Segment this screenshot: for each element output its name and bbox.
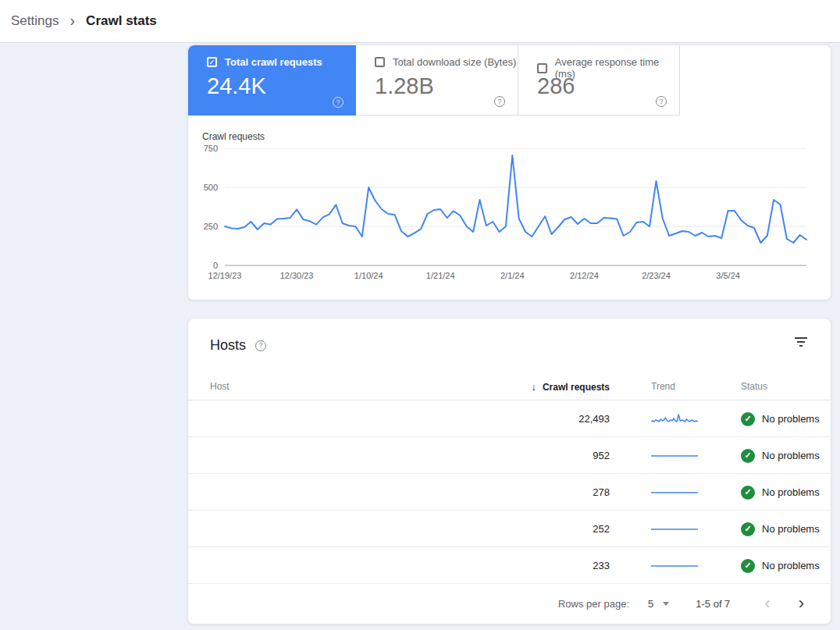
status-ok-icon: ✓: [741, 412, 755, 426]
status-ok-icon: ✓: [741, 449, 755, 463]
metric-value: 1.28B: [375, 73, 434, 99]
host-row[interactable]: 22,493✓No problems: [188, 400, 831, 437]
crawl-requests-line-chart: 025050075012/19/2312/30/231/10/241/21/24…: [188, 143, 832, 287]
column-header-label: Crawl requests: [543, 382, 610, 393]
hosts-table-body: 22,493✓No problems952✓No problems278✓No …: [188, 400, 831, 584]
crawl-requests-cell: 233: [485, 547, 610, 584]
checkbox-unchecked-icon[interactable]: [375, 57, 385, 67]
svg-text:1/21/24: 1/21/24: [426, 271, 455, 280]
svg-text:250: 250: [204, 222, 218, 231]
trend-sparkline: [651, 559, 698, 572]
svg-text:12/30/23: 12/30/23: [280, 271, 314, 280]
status-cell: ✓No problems: [741, 437, 820, 474]
metric-card-total-download-size[interactable]: Total download size (Bytes) 1.28B ?: [356, 45, 518, 116]
metric-cards-row: ✓ Total crawl requests 24.4K ? Total dow…: [188, 45, 680, 116]
svg-text:500: 500: [204, 183, 218, 192]
help-icon[interactable]: ?: [494, 96, 505, 107]
metric-value: 24.4K: [207, 73, 266, 99]
column-header-host[interactable]: Host: [210, 381, 230, 392]
host-row[interactable]: 252✓No problems: [188, 511, 831, 547]
trend-sparkline: [651, 449, 698, 462]
metric-card-average-response-time[interactable]: Average response time (ms) 286 ?: [518, 45, 680, 116]
svg-text:2/23/24: 2/23/24: [642, 271, 671, 280]
rows-per-page-label: Rows per page:: [558, 598, 629, 610]
breadcrumb-settings-link[interactable]: Settings: [11, 13, 59, 29]
table-footer: Rows per page: 5 1-5 of 7 ‹ ›: [188, 583, 831, 624]
checkbox-checked-icon[interactable]: ✓: [207, 57, 217, 67]
previous-page-button[interactable]: ‹: [761, 595, 773, 612]
help-icon[interactable]: ?: [656, 96, 667, 107]
metric-card-total-crawl-requests[interactable]: ✓ Total crawl requests 24.4K ?: [188, 45, 356, 116]
sort-descending-icon: ↓: [531, 381, 536, 393]
host-row[interactable]: 278✓No problems: [188, 474, 831, 511]
host-row[interactable]: 952✓No problems: [188, 437, 831, 474]
metric-label: Total crawl requests: [225, 56, 322, 68]
trend-sparkline: [651, 486, 698, 499]
hosts-table-header: Host ↓Crawl requests Trend Status: [188, 375, 831, 400]
dropdown-caret-icon: [663, 602, 669, 606]
status-label: No problems: [762, 413, 820, 425]
top-bar: Settings › Crawl stats: [0, 0, 840, 43]
next-page-button[interactable]: ›: [796, 595, 807, 612]
column-header-trend[interactable]: Trend: [651, 381, 675, 392]
crawl-stats-chart-panel: ✓ Total crawl requests 24.4K ? Total dow…: [187, 44, 831, 301]
status-label: No problems: [762, 523, 820, 535]
crawl-requests-cell: 252: [485, 511, 610, 547]
svg-text:1/10/24: 1/10/24: [354, 271, 383, 280]
rows-per-page-value: 5: [648, 598, 653, 610]
hosts-title: Hosts: [210, 337, 246, 354]
svg-text:750: 750: [204, 144, 218, 153]
filter-list-icon[interactable]: [795, 337, 807, 347]
metric-value: 286: [537, 73, 575, 99]
trend-sparkline: [651, 522, 698, 536]
crawl-requests-cell: 952: [485, 437, 610, 474]
breadcrumb-separator-icon: ›: [69, 12, 75, 30]
svg-text:0: 0: [213, 261, 218, 270]
svg-text:12/19/23: 12/19/23: [208, 271, 242, 280]
status-ok-icon: ✓: [741, 522, 755, 536]
checkbox-unchecked-icon[interactable]: [537, 63, 547, 73]
svg-text:3/5/24: 3/5/24: [716, 271, 740, 280]
column-header-status[interactable]: Status: [741, 381, 767, 392]
crawl-requests-cell: 278: [485, 474, 610, 511]
help-icon[interactable]: ?: [255, 340, 266, 351]
pagination-range: 1-5 of 7: [696, 598, 730, 610]
host-row[interactable]: 233✓No problems: [188, 547, 831, 584]
status-label: No problems: [762, 486, 820, 498]
status-cell: ✓No problems: [741, 474, 820, 511]
hosts-panel: Hosts ? Host ↓Crawl requests Trend Statu…: [187, 318, 831, 625]
rows-per-page-select[interactable]: 5: [648, 598, 669, 610]
page-title: Crawl stats: [86, 13, 157, 29]
help-icon[interactable]: ?: [333, 97, 343, 108]
status-cell: ✓No problems: [741, 547, 820, 584]
chart-y-axis-title: Crawl requests: [202, 131, 265, 142]
status-label: No problems: [762, 450, 820, 461]
status-cell: ✓No problems: [741, 511, 820, 547]
svg-text:2/1/24: 2/1/24: [500, 271, 525, 280]
trend-sparkline: [651, 412, 698, 425]
crawl-requests-cell: 22,493: [485, 400, 610, 437]
status-cell: ✓No problems: [741, 400, 820, 437]
status-ok-icon: ✓: [741, 559, 755, 573]
status-label: No problems: [762, 560, 820, 571]
status-ok-icon: ✓: [741, 486, 755, 500]
svg-text:2/12/24: 2/12/24: [570, 271, 599, 280]
column-header-crawl-requests[interactable]: ↓Crawl requests: [485, 381, 610, 393]
metric-label: Total download size (Bytes): [393, 56, 516, 68]
